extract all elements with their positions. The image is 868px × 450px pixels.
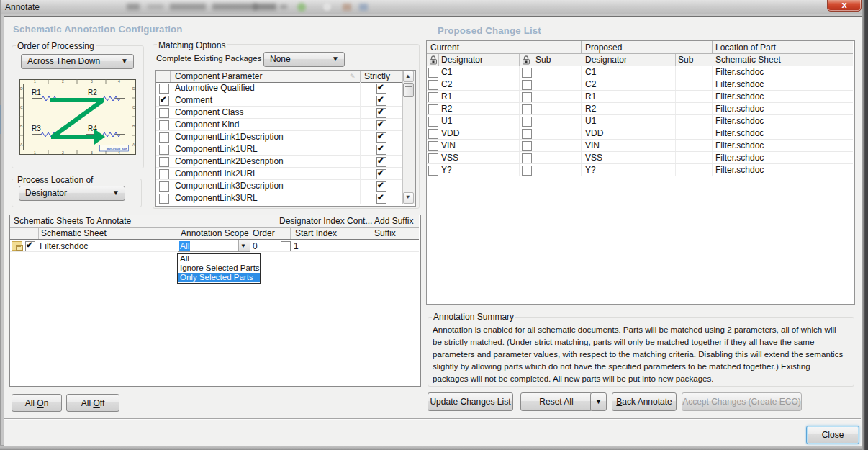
svg-text:4: 4: [118, 79, 120, 84]
svg-text:3: 3: [91, 79, 93, 84]
svg-text:MyCircuit_sch: MyCircuit_sch: [107, 147, 127, 150]
svg-text:R1: R1: [32, 89, 41, 96]
svg-text:D: D: [20, 86, 23, 91]
svg-text:R3: R3: [32, 125, 41, 132]
svg-text:R2: R2: [88, 89, 97, 96]
svg-text:3: 3: [91, 150, 93, 155]
svg-text:D: D: [132, 86, 135, 91]
svg-text:1: 1: [34, 79, 36, 84]
svg-text:1: 1: [34, 150, 36, 155]
svg-text:C: C: [132, 105, 135, 109]
svg-text:2: 2: [62, 79, 64, 84]
svg-text:C: C: [20, 105, 23, 109]
svg-text:2: 2: [62, 150, 64, 155]
